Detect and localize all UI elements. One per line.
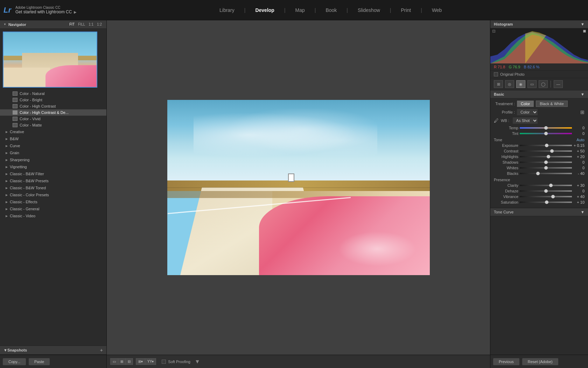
app-subtitle[interactable]: Get started with Lightroom CC ▶: [15, 9, 77, 14]
expand-toolbar-button[interactable]: ▼: [193, 359, 202, 365]
adjustment-brush-tool[interactable]: —: [554, 80, 563, 88]
original-photo-checkbox[interactable]: [494, 72, 498, 76]
preset-color-vivid[interactable]: Color - Vivid: [0, 116, 106, 122]
zoom-fill[interactable]: FILL: [77, 22, 86, 27]
vibrance-slider[interactable]: [520, 196, 572, 197]
highlight-clipping-indicator[interactable]: [583, 30, 586, 33]
radial-filter-tool[interactable]: ◯: [539, 80, 548, 88]
blacks-thumb[interactable]: [536, 172, 540, 175]
red-eye-tool[interactable]: ◉: [516, 80, 525, 88]
preset-group-classic-bw-presets[interactable]: ▶ Classic - B&W Presets: [0, 177, 106, 184]
nav-print[interactable]: Print: [398, 6, 414, 14]
paste-button[interactable]: Paste: [29, 358, 50, 365]
preset-group-classic-color[interactable]: ▶ Classic - Color Presets: [0, 191, 106, 198]
preset-group-bw[interactable]: ▶ B&W: [0, 135, 106, 142]
preset-group-classic-bw-toned[interactable]: ▶ Classic - B&W Toned: [0, 184, 106, 191]
preset-group-classic-bw-filter[interactable]: ▶ Classic - B&W Filter: [0, 170, 106, 177]
spot-removal-tool[interactable]: ◎: [505, 80, 514, 88]
blacks-slider[interactable]: [520, 173, 572, 174]
copy-button[interactable]: Copy...: [3, 358, 26, 365]
crop-tool[interactable]: ⊞: [494, 80, 503, 88]
subtitle-arrow: ▶: [74, 10, 77, 14]
tone-curve-section: Tone Curve ▼: [490, 208, 588, 216]
histogram-triangle: ▼: [581, 22, 584, 26]
view-survey-button[interactable]: ⊟: [126, 359, 133, 364]
sort-group: ⊞▾ YY▾: [136, 358, 156, 365]
wb-select[interactable]: As Shot: [513, 117, 538, 124]
shadow-clipping-indicator[interactable]: [492, 30, 495, 33]
nav-book[interactable]: Book: [323, 6, 340, 14]
preset-color-bright[interactable]: Color - Bright: [0, 97, 106, 103]
preset-color-natural[interactable]: Color - Natural: [0, 90, 106, 97]
zoom-1-2[interactable]: 1:2: [96, 22, 103, 27]
preset-group-classic-general[interactable]: ▶ Classic - General: [0, 205, 106, 212]
profile-grid-button[interactable]: ⊞: [580, 109, 584, 115]
navigator-panel-header[interactable]: ▼ Navigator FIT FILL 1:1 1:2: [0, 20, 106, 29]
add-snapshot-button[interactable]: +: [100, 348, 103, 353]
zoom-1-1[interactable]: 1:1: [88, 22, 94, 27]
temp-slider[interactable]: [520, 127, 572, 129]
preset-color-high-contrast[interactable]: Color - High Contrast: [0, 103, 106, 109]
vibrance-thumb[interactable]: [551, 195, 555, 198]
saturation-thumb[interactable]: [545, 200, 548, 204]
image-area[interactable]: [107, 20, 490, 355]
tint-thumb[interactable]: [544, 132, 548, 135]
contrast-thumb[interactable]: [550, 149, 554, 153]
saturation-slider[interactable]: [520, 202, 572, 203]
previous-button[interactable]: Previous: [493, 358, 519, 365]
preset-group-classic-effects[interactable]: ▶ Classic - Effects: [0, 198, 106, 205]
flag-button[interactable]: YY▾: [145, 359, 156, 364]
exposure-thumb[interactable]: [545, 144, 548, 147]
dehaze-slider[interactable]: [520, 190, 572, 192]
contrast-slider[interactable]: [520, 150, 572, 152]
nav-slideshow[interactable]: Slideshow: [355, 6, 383, 14]
histogram-svg: [490, 28, 588, 63]
color-treatment-button[interactable]: Color: [517, 101, 534, 107]
shadows-slider[interactable]: [520, 162, 572, 163]
shadows-thumb[interactable]: [544, 161, 548, 164]
preset-group-creative[interactable]: ▶ Creative: [0, 128, 106, 135]
tint-slider-row: Tint 0: [494, 131, 584, 136]
preset-color-high-contrast-de[interactable]: Color - High Contrast & De...: [0, 109, 106, 116]
tone-curve-header[interactable]: Tone Curve ▼: [490, 208, 588, 216]
nav-develop[interactable]: Develop: [252, 6, 277, 14]
exposure-slider[interactable]: [520, 145, 572, 146]
app-logo: Lr: [4, 6, 11, 15]
navigator-thumbnail[interactable]: [3, 32, 97, 88]
clarity-thumb[interactable]: [549, 184, 553, 187]
whites-thumb[interactable]: [544, 166, 548, 170]
preset-group-classic-video[interactable]: ▶ Classic - Video: [0, 212, 106, 219]
preset-group-grain[interactable]: ▶ Grain: [0, 149, 106, 156]
preset-group-sharpening[interactable]: ▶ Sharpening: [0, 156, 106, 163]
view-loupe-button[interactable]: ▭: [111, 359, 118, 364]
dehaze-thumb[interactable]: [544, 189, 548, 193]
soft-proofing-toggle[interactable]: Soft Proofing: [162, 360, 190, 364]
profile-select[interactable]: Color: [517, 109, 538, 115]
nav-library[interactable]: Library: [217, 6, 237, 14]
preset-color-matte[interactable]: Color - Matte: [0, 122, 106, 128]
reset-button[interactable]: Reset (Adobe): [522, 358, 558, 365]
preset-group-curve[interactable]: ▶ Curve: [0, 142, 106, 149]
highlights-thumb[interactable]: [547, 155, 550, 158]
auto-tone-button[interactable]: Auto: [576, 138, 584, 142]
graduated-filter-tool[interactable]: ▭: [527, 80, 537, 88]
eyedropper-tool[interactable]: 🖊: [494, 118, 499, 123]
preset-icon: [13, 98, 18, 102]
soft-proofing-checkbox[interactable]: [162, 360, 166, 364]
nav-web[interactable]: Web: [429, 6, 445, 14]
sort-button[interactable]: ⊞▾: [136, 359, 145, 364]
chevron-right-icon: ▶: [6, 144, 8, 148]
histogram-header[interactable]: Histogram ▼: [490, 20, 588, 28]
zoom-fit[interactable]: FIT: [68, 22, 76, 27]
blacks-value: - 40: [573, 171, 584, 176]
nav-map[interactable]: Map: [293, 6, 308, 14]
view-compare-button[interactable]: ⊞: [118, 359, 126, 364]
basic-panel-header[interactable]: Basic ▼: [490, 90, 588, 98]
clarity-slider[interactable]: [520, 185, 572, 186]
preset-group-vignetting[interactable]: ▶ Vignetting: [0, 163, 106, 170]
highlights-slider[interactable]: [520, 156, 572, 157]
temp-thumb[interactable]: [544, 126, 548, 130]
tint-slider[interactable]: [520, 133, 572, 134]
whites-slider[interactable]: [520, 167, 572, 169]
bw-treatment-button[interactable]: Black & White: [536, 101, 567, 107]
